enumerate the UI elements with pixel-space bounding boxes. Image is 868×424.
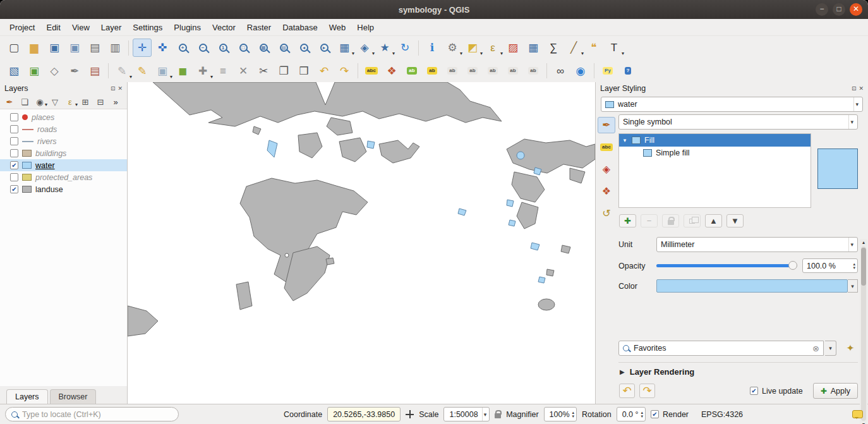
favorites-dropdown-arrow[interactable]: ▾ — [825, 341, 836, 356]
symbology-tab-button[interactable]: ✒ — [598, 117, 615, 133]
style-search-input[interactable]: Favorites ⊗ — [618, 341, 824, 356]
menu-database[interactable]: Database — [277, 20, 323, 35]
dropdown-arrow-icon[interactable]: ▾ — [392, 51, 395, 56]
open-attribute-table-button[interactable]: ▦ — [524, 39, 543, 57]
pan-to-selection-button[interactable]: ✜ — [153, 39, 172, 57]
new-geopackage-layer-button[interactable]: ▣ — [25, 62, 44, 80]
layer-visibility-checkbox[interactable] — [10, 137, 18, 145]
highlight-pinned-labels-button[interactable]: ab — [402, 62, 421, 80]
spinner-arrows[interactable]: ▴▾ — [853, 262, 855, 270]
maximize-button[interactable]: □ — [833, 3, 845, 16]
style-manager-button[interactable]: ✦ — [843, 341, 858, 356]
text-annotation-button[interactable]: T▾ — [605, 39, 624, 57]
map-tips-button[interactable]: ❝ — [584, 39, 603, 57]
styling-layer-select[interactable]: water ▾ — [601, 97, 863, 112]
move-label-button[interactable]: ab — [483, 62, 502, 80]
vertex-tool-button[interactable]: ✚▾ — [193, 62, 212, 80]
layer-visibility-checkbox[interactable] — [10, 125, 18, 133]
map-canvas[interactable] — [128, 82, 595, 404]
current-edits-button[interactable]: ✎▾ — [112, 62, 131, 80]
dropdown-arrow-icon[interactable]: ▾ — [500, 51, 503, 56]
symbol-node-simple-fill[interactable]: Simple fill — [619, 147, 811, 159]
new-spatialite-layer-button[interactable]: ✒ — [65, 62, 84, 80]
menu-layer[interactable]: Layer — [95, 20, 128, 35]
layer-item-rivers[interactable]: rivers — [0, 135, 127, 147]
messages-icon[interactable] — [852, 410, 863, 418]
duplicate-symbol-layer-button[interactable] — [684, 214, 701, 227]
unit-select[interactable]: Millimeter ▾ — [656, 237, 858, 252]
locate-input[interactable]: Type to locate (Ctrl+K) — [5, 407, 179, 421]
dropdown-arrow-icon[interactable]: ▾ — [210, 74, 213, 80]
chevron-down-icon[interactable]: ▾ — [853, 97, 860, 111]
menu-plugins[interactable]: Plugins — [168, 20, 207, 35]
move-symbol-up-button[interactable]: ▲ — [705, 214, 722, 227]
coordinate-input[interactable]: 20.5265,-33.9850 — [327, 407, 401, 421]
statistical-summary-button[interactable]: ∑ — [544, 39, 563, 57]
live-update-checkbox[interactable]: ✔ Live update — [750, 387, 803, 396]
undo-button[interactable]: ↶ — [315, 62, 334, 80]
lock-symbol-layer-button[interactable] — [662, 214, 679, 227]
style-undo-button[interactable]: ↶ — [619, 384, 635, 398]
python-console-button[interactable]: Py — [598, 62, 617, 80]
opacity-slider[interactable] — [656, 264, 797, 267]
rotation-spinbox[interactable]: 0.0 ° ▴▾ — [617, 407, 646, 421]
lock-scale-icon[interactable] — [495, 413, 501, 418]
layer-rendering-section[interactable]: ▶ Layer Rendering — [618, 362, 858, 380]
menu-help[interactable]: Help — [351, 20, 380, 35]
3d-view-tab-button[interactable]: ◈ — [598, 161, 615, 178]
run-feature-action-button[interactable]: ⚙▾ — [443, 39, 462, 57]
delete-selected-button[interactable]: ✕ — [234, 62, 253, 80]
chevron-down-icon[interactable]: ▾ — [848, 115, 855, 129]
open-project-button[interactable]: ▆ — [25, 39, 44, 57]
show-layout-manager-button[interactable]: ▥ — [105, 39, 124, 57]
new-virtual-layer-button[interactable]: ▤ — [85, 62, 104, 80]
paste-features-button[interactable]: ❒ — [294, 62, 313, 80]
layer-visibility-checkbox[interactable] — [10, 173, 18, 181]
save-project-button[interactable]: ▣ — [45, 39, 64, 57]
layer-item-roads[interactable]: roads — [0, 123, 127, 135]
collapse-arrow-icon[interactable]: ▶ — [620, 368, 625, 375]
spinner-arrows[interactable]: ▴▾ — [572, 411, 575, 418]
tree-expander-icon[interactable]: ▾ — [622, 137, 628, 143]
add-polygon-feature-button[interactable]: ◼ — [173, 62, 192, 80]
menu-view[interactable]: View — [66, 20, 95, 35]
identify-features-button[interactable]: ℹ — [423, 39, 442, 57]
layer-visibility-checkbox[interactable]: ✔ — [10, 185, 18, 193]
new-project-button[interactable]: ▢ — [4, 39, 23, 57]
menu-settings[interactable]: Settings — [127, 20, 168, 35]
zoom-full-button[interactable]: □ — [234, 39, 253, 57]
nominatim-search-button[interactable]: ∞ — [551, 62, 570, 80]
menu-project[interactable]: Project — [4, 20, 40, 35]
measure-button[interactable]: ╱▾ — [564, 39, 583, 57]
cut-features-button[interactable]: ✂ — [254, 62, 273, 80]
zoom-next-button[interactable]: ▸ — [315, 39, 334, 57]
toolbar-overflow-button[interactable]: » — [109, 95, 123, 108]
style-redo-button[interactable]: ↷ — [639, 384, 655, 398]
help-button[interactable]: ? — [618, 62, 637, 80]
dropdown-arrow-icon[interactable]: ▾ — [460, 51, 462, 56]
add-group-button[interactable]: ❏ — [18, 95, 32, 108]
toggle-editing-button[interactable]: ✎ — [133, 62, 152, 80]
change-label-properties-button[interactable]: ab — [524, 62, 543, 80]
add-symbol-layer-button[interactable]: ✚ — [619, 214, 636, 227]
chevron-down-icon[interactable]: ▾ — [482, 408, 488, 421]
checkbox-icon[interactable]: ✔ — [651, 410, 659, 418]
close-button[interactable]: ✕ — [850, 3, 862, 16]
deselect-features-button[interactable]: ▨ — [503, 39, 522, 57]
layer-item-buildings[interactable]: buildings — [0, 147, 127, 159]
layer-visibility-checkbox[interactable] — [10, 149, 18, 157]
show-bookmarks-button[interactable]: ★▾ — [375, 39, 394, 57]
dropdown-arrow-icon[interactable]: ▾ — [130, 74, 132, 80]
new-print-layout-button[interactable]: ▤ — [85, 39, 104, 57]
pan-map-button[interactable]: ✛ — [133, 39, 152, 57]
dropdown-arrow-icon[interactable]: ▾ — [45, 102, 47, 107]
scroll-down-icon[interactable]: ▾ — [862, 421, 865, 424]
new-shapefile-layer-button[interactable]: ◇ — [45, 62, 64, 80]
modify-attributes-button[interactable]: ≡ — [214, 62, 232, 80]
dropdown-arrow-icon[interactable]: ▾ — [622, 51, 624, 56]
open-layer-styling-panel-button[interactable]: ✒ — [3, 95, 16, 108]
manage-map-themes-button[interactable]: ◉▾ — [33, 95, 47, 108]
render-checkbox[interactable]: ✔ Render — [651, 410, 689, 419]
close-panel-icon[interactable]: ✕ — [118, 85, 123, 92]
move-symbol-down-button[interactable]: ▼ — [726, 214, 744, 227]
